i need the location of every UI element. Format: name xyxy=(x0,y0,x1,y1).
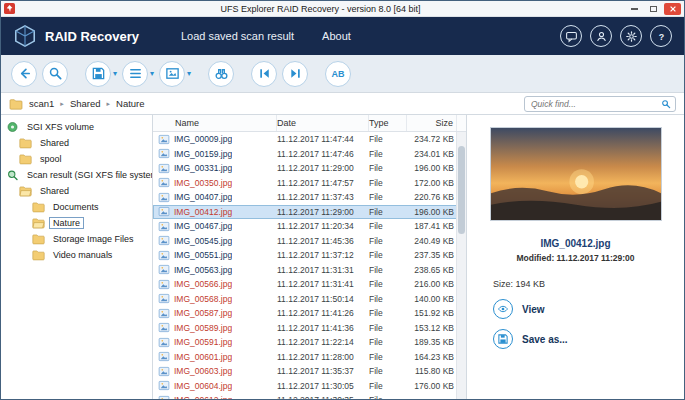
tree-item-label: Video manuals xyxy=(49,249,116,261)
file-row-img-00603-jpg[interactable]: IMG_00603.jpg11.12.2017 11:35:37File115.… xyxy=(153,364,466,379)
close-button[interactable] xyxy=(664,3,681,15)
column-header-date[interactable]: Date xyxy=(277,115,369,131)
file-row-img-00545-jpg[interactable]: IMG_00545.jpg11.12.2017 11:45:36File240.… xyxy=(153,234,466,249)
file-date-cell: 11.12.2017 11:31:31 xyxy=(277,265,369,275)
file-row-img-00551-jpg[interactable]: IMG_00551.jpg11.12.2017 11:37:12File237.… xyxy=(153,248,466,263)
view-options-button[interactable] xyxy=(122,61,148,87)
tree-item-storage-image-files[interactable]: Storage Image Files xyxy=(1,231,152,247)
file-row-img-00566-jpg[interactable]: IMG_00566.jpg11.12.2017 11:31:41File216.… xyxy=(153,277,466,292)
tree-item-shared[interactable]: Shared xyxy=(1,183,152,199)
file-row-img-00412-jpg[interactable]: IMG_00412.jpg11.12.2017 11:29:00File196.… xyxy=(153,205,466,220)
breadcrumb-item-scan1[interactable]: scan1 xyxy=(29,98,54,109)
tree-item-label: spool xyxy=(36,153,66,165)
quick-find xyxy=(524,96,676,112)
account-button[interactable] xyxy=(590,25,612,47)
file-type-cell: File xyxy=(369,395,407,399)
column-header-name[interactable]: Name xyxy=(153,115,277,131)
tree-item-shared[interactable]: Shared xyxy=(1,135,152,151)
file-type-cell: File xyxy=(369,250,407,260)
file-row-img-00407-jpg[interactable]: IMG_00407.jpg11.12.2017 11:37:43File220.… xyxy=(153,190,466,205)
file-name-cell: IMG_00612.jpg xyxy=(153,395,277,399)
file-row-img-00467-jpg[interactable]: IMG_00467.jpg11.12.2017 11:20:34File187.… xyxy=(153,219,466,234)
file-size-cell: 238.65 KB xyxy=(407,265,457,275)
tree-item-nature[interactable]: Nature xyxy=(1,215,152,231)
file-type-cell: File xyxy=(369,352,407,362)
file-row-img-00568-jpg[interactable]: IMG_00568.jpg11.12.2017 11:50:14File140.… xyxy=(153,292,466,307)
file-size-cell: 220.76 KB xyxy=(407,192,457,202)
column-header-type[interactable]: Type xyxy=(369,115,407,131)
vertical-scrollbar[interactable] xyxy=(456,132,466,399)
menu-item-load-saved-scan-result[interactable]: Load saved scan result xyxy=(181,30,294,42)
previous-item-button[interactable] xyxy=(251,61,277,87)
file-size-cell: 153.12 KB xyxy=(407,323,457,333)
file-name-cell: IMG_00563.jpg xyxy=(153,264,277,275)
file-row-img-00159-jpg[interactable]: IMG_00159.jpg11.12.2017 11:47:46File234.… xyxy=(153,147,466,162)
view-button[interactable]: View xyxy=(493,299,568,319)
file-name-text: IMG_00412.jpg xyxy=(174,207,232,217)
breadcrumb-item-shared[interactable]: Shared xyxy=(70,98,101,109)
tree-item-documents[interactable]: Documents xyxy=(1,199,152,215)
next-item-button[interactable] xyxy=(282,61,308,87)
file-date-cell: 11.12.2017 11:37:12 xyxy=(277,250,369,260)
file-name-cell: IMG_00601.jpg xyxy=(153,351,277,362)
file-row-img-00563-jpg[interactable]: IMG_00563.jpg11.12.2017 11:31:31File238.… xyxy=(153,263,466,278)
breadcrumb-bar: scan1▸Shared▸Nature xyxy=(1,93,684,115)
file-row-img-00612-jpg[interactable]: IMG_00612.jpg11.12.2017 11:30:35File xyxy=(153,393,466,399)
tree-item-scan-result-sgi-xfs-file-system-3-72-gb[interactable]: Scan result (SGI XFS file system; 3.72 G… xyxy=(1,167,152,183)
file-name-text: IMG_00604.jpg xyxy=(174,381,232,391)
export-button-dropdown-icon[interactable]: ▾ xyxy=(187,69,191,78)
save-button[interactable] xyxy=(85,61,111,87)
file-row-img-00350-jpg[interactable]: IMG_00350.jpg11.12.2017 11:47:57File172.… xyxy=(153,176,466,191)
file-date-cell: 11.12.2017 11:47:57 xyxy=(277,178,369,188)
file-date-cell: 11.12.2017 11:30:35 xyxy=(277,395,369,399)
file-row-img-00587-jpg[interactable]: IMG_00587.jpg11.12.2017 11:41:26File151.… xyxy=(153,306,466,321)
file-row-img-00331-jpg[interactable]: IMG_00331.jpg11.12.2017 11:29:00File196.… xyxy=(153,161,466,176)
column-header-size[interactable]: Size xyxy=(407,115,457,131)
file-name-cell: IMG_00009.jpg xyxy=(153,134,277,145)
folder-icon xyxy=(32,201,45,213)
file-type-cell: File xyxy=(369,236,407,246)
tree-item-spool[interactable]: spool xyxy=(1,151,152,167)
minimize-button[interactable] xyxy=(626,3,643,15)
tree-item-sgi-xfs-volume[interactable]: SGI XFS volume xyxy=(1,119,152,135)
search-icon[interactable] xyxy=(661,99,671,109)
menu-item-about[interactable]: About xyxy=(322,30,351,42)
file-name-cell: IMG_00566.jpg xyxy=(153,279,277,290)
close-icon xyxy=(669,5,677,13)
feedback-button[interactable] xyxy=(560,25,582,47)
image-file-icon xyxy=(158,250,170,261)
save-as-button[interactable]: Save as... xyxy=(493,329,568,349)
file-row-img-00601-jpg[interactable]: IMG_00601.jpg11.12.2017 11:28:00File164.… xyxy=(153,350,466,365)
scrollbar-thumb[interactable] xyxy=(458,146,465,234)
file-size-cell: 234.72 KB xyxy=(407,134,457,144)
step-right-icon xyxy=(288,66,303,81)
view-options-button-dropdown-icon[interactable]: ▾ xyxy=(150,69,154,78)
quick-find-input[interactable] xyxy=(531,99,661,109)
back-button[interactable] xyxy=(11,61,37,87)
folder-icon xyxy=(32,249,45,261)
folder-icon xyxy=(19,137,32,149)
export-button-group: ▾ xyxy=(159,61,191,87)
find-files-button[interactable] xyxy=(208,61,234,87)
breadcrumb-item-nature[interactable]: Nature xyxy=(116,98,145,109)
file-date-cell: 11.12.2017 11:29:00 xyxy=(277,163,369,173)
file-row-img-00604-jpg[interactable]: IMG_00604.jpg11.12.2017 11:30:05File176.… xyxy=(153,379,466,394)
save-button-dropdown-icon[interactable]: ▾ xyxy=(113,69,117,78)
file-type-cell: File xyxy=(369,279,407,289)
file-date-cell: 11.12.2017 11:28:00 xyxy=(277,352,369,362)
settings-button[interactable] xyxy=(620,25,642,47)
encoding-button[interactable]: AB xyxy=(325,61,351,87)
file-name-text: IMG_00467.jpg xyxy=(174,221,232,231)
file-size-cell: 196.00 KB xyxy=(407,207,457,217)
tree-item-video-manuals[interactable]: Video manuals xyxy=(1,247,152,263)
image-file-icon xyxy=(158,380,170,391)
maximize-button[interactable] xyxy=(645,3,662,15)
file-row-img-00591-jpg[interactable]: IMG_00591.jpg11.12.2017 11:22:14File189.… xyxy=(153,335,466,350)
search-button[interactable] xyxy=(42,61,68,87)
export-button[interactable] xyxy=(159,61,185,87)
file-date-cell: 11.12.2017 11:35:37 xyxy=(277,366,369,376)
file-row-img-00009-jpg[interactable]: IMG_00009.jpg11.12.2017 11:47:44File234.… xyxy=(153,132,466,147)
file-row-img-00589-jpg[interactable]: IMG_00589.jpg11.12.2017 11:41:36File153.… xyxy=(153,321,466,336)
file-date-cell: 11.12.2017 11:22:14 xyxy=(277,337,369,347)
help-button[interactable]: ? xyxy=(650,25,672,47)
